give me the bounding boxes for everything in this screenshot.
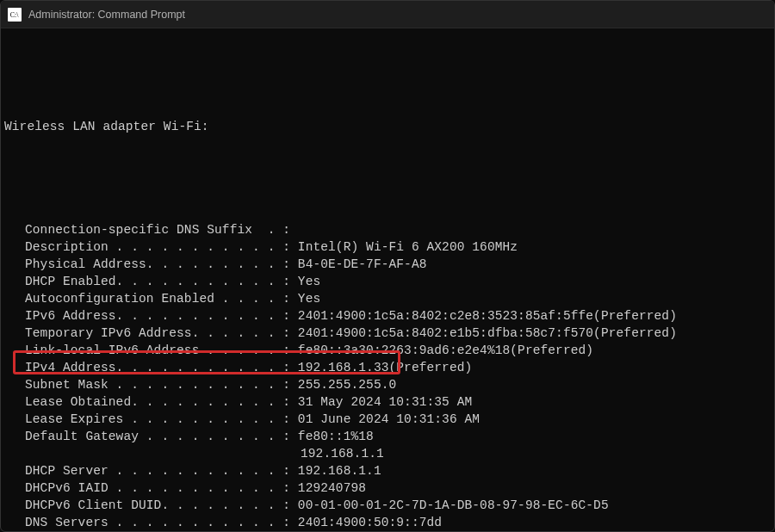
config-row: Link-local IPv6 Address . . . . . : fe80…: [4, 342, 774, 359]
config-row: DHCPv6 Client DUID. . . . . . . . : 00-0…: [4, 497, 774, 514]
config-label: Connection-specific DNS Suffix . :: [25, 223, 290, 237]
adapter-header: Wireless LAN adapter Wi-Fi:: [4, 118, 774, 135]
config-value: Yes: [290, 292, 320, 306]
config-label: Lease Expires . . . . . . . . . . :: [25, 412, 290, 426]
config-row: Lease Expires . . . . . . . . . . : 01 J…: [4, 411, 774, 428]
config-value: 2401:4900:1c5a:8402:c2e8:3523:85af:5ffe(…: [290, 309, 677, 323]
config-label: Autoconfiguration Enabled . . . . :: [25, 292, 290, 306]
config-value: 192.168.1.1: [290, 464, 381, 478]
config-value: 192.168.1.33(Preferred): [290, 361, 472, 374]
config-label: Physical Address. . . . . . . . . :: [25, 257, 290, 271]
config-row: Autoconfiguration Enabled . . . . : Yes: [4, 290, 774, 307]
config-label: IPv6 Address. . . . . . . . . . . :: [25, 309, 290, 323]
config-label: DHCP Enabled. . . . . . . . . . . :: [25, 275, 290, 288]
config-row: IPv4 Address. . . . . . . . . . . : 192.…: [4, 359, 774, 376]
config-row: Subnet Mask . . . . . . . . . . . : 255.…: [4, 376, 774, 393]
config-row: DHCP Enabled. . . . . . . . . . . : Yes: [4, 273, 774, 290]
config-row: Description . . . . . . . . . . . : Inte…: [4, 238, 774, 256]
config-label: DNS Servers . . . . . . . . . . . :: [25, 516, 290, 529]
config-row: Physical Address. . . . . . . . . : B4-0…: [4, 256, 774, 273]
terminal-output-wrap: Wireless LAN adapter Wi-Fi: Connection-s…: [1, 28, 774, 532]
terminal-output: Wireless LAN adapter Wi-Fi: Connection-s…: [1, 28, 774, 532]
config-row: 192.168.1.1: [4, 445, 774, 462]
config-row: Temporary IPv6 Address. . . . . . : 2401…: [4, 325, 774, 342]
config-label: Default Gateway . . . . . . . . . :: [25, 430, 290, 443]
config-value: 2401:4900:1c5a:8402:e1b5:dfba:58c7:f570(…: [290, 326, 677, 340]
cmd-icon: C:\: [8, 8, 22, 22]
config-label: Lease Obtained. . . . . . . . . . :: [25, 395, 290, 409]
config-row: IPv6 Address. . . . . . . . . . . : 2401…: [4, 307, 774, 325]
config-value: 00-01-00-01-2C-7D-1A-DB-08-97-98-EC-6C-D…: [290, 498, 609, 512]
config-label: IPv4 Address. . . . . . . . . . . :: [25, 361, 290, 374]
config-row: DNS Servers . . . . . . . . . . . : 2401…: [4, 514, 774, 531]
config-value: 31 May 2024 10:31:35 AM: [290, 395, 472, 409]
config-value: Yes: [290, 275, 320, 288]
config-label: Subnet Mask . . . . . . . . . . . :: [25, 378, 290, 392]
config-row: Lease Obtained. . . . . . . . . . : 31 M…: [4, 393, 774, 411]
config-value: 255.255.255.0: [290, 378, 396, 392]
config-row: Default Gateway . . . . . . . . . : fe80…: [4, 428, 774, 445]
config-value: 01 June 2024 10:31:36 AM: [290, 412, 480, 426]
window-title: Administrator: Command Prompt: [28, 9, 185, 21]
config-value: Intel(R) Wi-Fi 6 AX200 160MHz: [290, 240, 518, 254]
config-value: 129240798: [290, 481, 366, 495]
config-value: fe80::3a30:2263:9ad6:e2e4%18(Preferred): [290, 343, 593, 357]
config-label: Temporary IPv6 Address. . . . . . :: [25, 326, 290, 340]
config-row: Connection-specific DNS Suffix . :: [4, 221, 774, 238]
window-titlebar[interactable]: C:\ Administrator: Command Prompt: [1, 1, 774, 28]
config-value: 2401:4900:50:9::7dd: [290, 516, 442, 529]
config-value: B4-0E-DE-7F-AF-A8: [290, 257, 426, 271]
config-label: Description . . . . . . . . . . . :: [25, 240, 290, 254]
config-row: DHCP Server . . . . . . . . . . . : 192.…: [4, 462, 774, 479]
config-label: Link-local IPv6 Address . . . . . :: [25, 343, 290, 357]
config-label: DHCP Server . . . . . . . . . . . :: [25, 464, 290, 478]
config-label: DHCPv6 Client DUID. . . . . . . . :: [25, 498, 290, 512]
config-label: DHCPv6 IAID . . . . . . . . . . . :: [25, 481, 290, 495]
svg-text:C:\: C:\: [10, 10, 19, 18]
config-value: fe80::1%18: [290, 430, 374, 443]
config-row: DHCPv6 IAID . . . . . . . . . . . : 1292…: [4, 479, 774, 497]
